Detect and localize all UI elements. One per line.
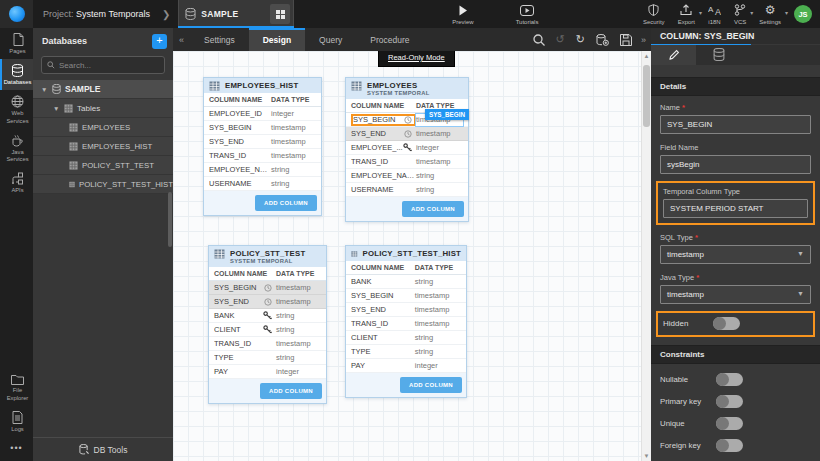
sidebar-item-databases[interactable]: Databases [0,59,33,90]
db-tools-icon [79,444,89,455]
table-column-row[interactable]: TRANS_IDtimestamp [209,337,326,351]
unique-toggle[interactable] [716,417,743,430]
table-column-row[interactable]: CLIENTstring [346,331,466,345]
table-column-row[interactable]: EMPLOYEE_...integer [346,141,468,155]
tree-node-table[interactable]: EMPLOYEES [33,118,173,137]
table-column-row[interactable]: USERNAMEstring [204,177,321,191]
inspector-tabs [651,45,820,64]
table-column-row[interactable]: BANKstring [346,275,466,289]
tree-node-sample[interactable]: ▼ SAMPLE [33,80,173,99]
table-column-row[interactable]: SYS_ENDtimestamp [209,295,326,309]
export-button[interactable]: ▾ Export [678,4,695,25]
app-logo[interactable] [0,0,33,28]
i18n-button[interactable]: AA i18N [708,4,721,25]
vcs-button[interactable]: ▾ VCS [734,4,746,25]
hidden-toggle[interactable] [713,317,740,330]
table-column-row[interactable]: PAYinteger [209,365,326,379]
table-column-row[interactable]: EMPLOYEE_IDinteger [204,107,321,121]
preview-button[interactable]: Preview [452,4,473,25]
folder-icon [11,374,24,385]
sidebar-item-file-explorer[interactable]: File Explorer [0,369,33,405]
foreign-key-toggle[interactable] [716,439,743,452]
temporal-type-input[interactable]: SYSTEM PERIOD START [663,199,808,218]
table-card[interactable]: EMPLOYEES SYSTEM TEMPORAL COLUMN NAME DA… [345,77,469,222]
add-database-button[interactable]: + [152,34,167,49]
tab-query[interactable]: Query [305,28,356,51]
collapse-panel-icon[interactable]: « [173,35,190,45]
workspace-grid-button[interactable] [270,4,290,24]
workspace-tab-sample[interactable]: SAMPLE [178,0,294,28]
add-column-button[interactable]: ADD COLUMN [402,201,464,217]
expand-panel-icon[interactable]: » [636,35,651,45]
undo-icon[interactable]: ↺ [556,34,565,45]
search-input[interactable]: Search... [41,56,165,74]
table-column-row[interactable]: TRANS_IDtimestamp [204,149,321,163]
user-avatar[interactable]: JS [794,5,812,23]
tab-procedure[interactable]: Procedure [356,28,423,51]
table-column-row[interactable]: BANKstring [209,309,326,323]
database-icon [179,8,201,20]
settings-button[interactable]: ⚙ ▾ Settings [759,4,781,25]
add-column-button[interactable]: ADD COLUMN [260,383,322,399]
table-column-row[interactable]: SYS_BEGINtimestampSYS_BEGIN [346,113,468,127]
table-column-row[interactable]: SYS_ENDtimestamp [346,303,466,317]
table-column-row[interactable]: SYS_BEGINtimestamp [346,289,466,303]
table-column-row[interactable]: TYPEstring [346,345,466,359]
sidebar-item-logs[interactable]: Logs [0,406,33,437]
add-column-button[interactable]: ADD COLUMN [400,377,462,393]
save-icon[interactable] [620,34,632,46]
sidebar-item-web-services[interactable]: Web Services [0,90,33,128]
java-type-select[interactable]: timestamp ▼ [660,285,811,304]
sidebar-item-apis[interactable]: APIs [0,167,33,198]
db-refresh-icon[interactable] [596,34,609,46]
sidebar-item-pages[interactable]: Pages [0,28,33,59]
app-window: Project: System Temporals ❯ SAMPLE Previ… [0,0,820,461]
table-card[interactable]: EMPLOYEES_HIST COLUMN NAME DATA TYPE EMP… [203,77,322,216]
table-card[interactable]: POLICY_STT_TEST_HIST COLUMN NAME DATA TY… [345,245,467,398]
tree-node-table[interactable]: EMPLOYEES_HIST [33,137,173,156]
table-column-row[interactable]: SYS_BEGINtimestamp [209,281,326,295]
search-icon[interactable] [533,34,545,46]
table-column-row[interactable]: TYPEstring [209,351,326,365]
scroll-down-icon[interactable]: ▼ [642,453,651,459]
table-column-row[interactable]: EMPLOYEE_NAMEstring [346,169,468,183]
nullable-toggle[interactable] [716,373,743,386]
scrollbar-thumb[interactable] [643,65,650,127]
tree-node-tables[interactable]: ▼ Tables [33,99,173,118]
tab-edit[interactable] [651,45,696,64]
tree-node-table[interactable]: POLICY_STT_TEST [33,156,173,175]
tutorials-button[interactable]: Tutorials [516,4,539,25]
tab-settings[interactable]: Settings [190,28,249,51]
main-area: « Settings Design Query Procedure ↺ ↻ » [173,28,651,461]
security-button[interactable]: Security [643,4,665,25]
sql-type-select[interactable]: timestamp ▼ [660,245,811,264]
page-icon [12,33,24,46]
tree-node-table[interactable]: POLICY_STT_TEST_HIST [33,175,173,194]
table-column-row[interactable]: EMPLOYEE_NAMEstring [204,163,321,177]
table-column-row[interactable]: SYS_ENDtimestamp [204,135,321,149]
table-card[interactable]: POLICY_STT_TEST SYSTEM TEMPORAL COLUMN N… [208,245,327,404]
name-input[interactable]: SYS_BEGIN [660,115,811,134]
table-column-row[interactable]: SYS_ENDtimestamp [346,127,468,141]
tab-data[interactable] [696,45,741,64]
table-title: POLICY_STT_TEST [230,249,305,258]
table-column-row[interactable]: CLIENTstring [209,323,326,337]
redo-icon[interactable]: ↻ [576,34,585,45]
design-canvas[interactable]: Read-Only Mode ▲ ▼ EMPLOYEES_HIST COLUMN… [173,51,651,461]
table-column-row[interactable]: PAYinteger [346,359,466,373]
db-tools-button[interactable]: DB Tools [33,437,173,461]
field-name-input[interactable]: sysBegin [660,155,811,174]
scroll-up-icon[interactable]: ▲ [642,53,651,59]
panel-scrollbar-thumb[interactable] [168,192,172,247]
table-title: EMPLOYEES [367,81,429,90]
add-column-button[interactable]: ADD COLUMN [255,195,317,211]
table-column-row[interactable]: USERNAMEstring [346,183,468,197]
canvas-vertical-scrollbar[interactable]: ▲ ▼ [641,51,651,461]
table-column-row[interactable]: TRANS_IDtimestamp [346,155,468,169]
primary-key-toggle[interactable] [716,395,743,408]
tab-design[interactable]: Design [249,28,305,51]
table-column-row[interactable]: TRANS_IDtimestamp [346,317,466,331]
more-options-button[interactable]: ••• [0,437,33,461]
sidebar-item-java-services[interactable]: Java Services [0,129,33,167]
table-column-row[interactable]: SYS_BEGINtimestamp [204,121,321,135]
